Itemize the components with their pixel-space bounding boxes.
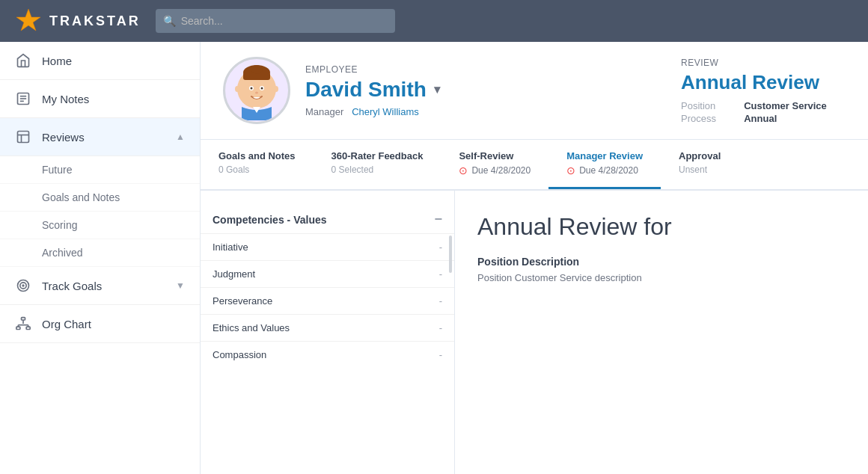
comp-item-initiative[interactable]: Initiative - [201,233,454,260]
svg-rect-12 [16,327,20,329]
comp-item-judgment[interactable]: Judgment - [201,260,454,287]
position-label: Position [681,100,735,111]
comp-item-perseverance[interactable]: Perseverance - [201,287,454,314]
logo: TRAKSTAR [15,7,141,34]
tab-360-rater[interactable]: 360-Rater Feedback 0 Selected [314,140,441,189]
trakstar-logo-icon [15,7,42,34]
tab-content: Competencies - Values − Initiative - Jud… [201,191,868,474]
svg-point-28 [274,86,278,92]
sidebar-item-my-notes[interactable]: My Notes [0,80,200,118]
position-desc-label: Position Description [477,256,846,268]
tab-approval[interactable]: Approval Unsent [661,140,751,189]
sidebar-reviews-label: Reviews [42,131,165,144]
tabs-row: Goals and Notes 0 Goals 360-Rater Feedba… [201,140,868,191]
manager-link[interactable]: Cheryl Williams [352,106,419,117]
scrollbar-thumb [449,236,452,273]
org-icon [15,316,31,332]
comp-item-compassion[interactable]: Compassion - [201,341,454,368]
main-layout: Home My Notes Reviews ▲ Future Goals and… [0,42,868,474]
employee-header: Employee David Smith ▾ Manager Cheryl Wi… [201,42,868,140]
search-wrapper: 🔍 [156,9,395,33]
sidebar-home-label: Home [42,55,185,67]
search-input[interactable] [156,9,395,33]
reviews-icon [15,129,31,145]
svg-point-10 [22,285,24,286]
sidebar-my-notes-label: My Notes [42,93,185,105]
app-name: TRAKSTAR [49,13,141,29]
employee-info: Employee David Smith ▾ Manager Cheryl Wi… [305,64,666,117]
comp-item-ethics[interactable]: Ethics and Values - [201,314,454,341]
sidebar-sub-item-scoring[interactable]: Scoring [0,212,200,239]
avatar-image [227,61,287,120]
svg-rect-11 [22,318,25,320]
process-label: Process [681,113,735,124]
process-value: Annual [744,113,846,124]
sidebar-sub-item-archived[interactable]: Archived [0,239,200,267]
sidebar-item-home[interactable]: Home [0,42,200,80]
sidebar-sub-item-future[interactable]: Future [0,156,200,184]
chevron-down-icon: ▼ [176,280,185,291]
svg-point-25 [261,87,263,90]
tab-self-review[interactable]: Self-Review ⊙ Due 4/28/2020 [441,140,548,189]
review-content-panel: Annual Review for Position Description P… [455,191,868,474]
sidebar-item-track-goals[interactable]: Track Goals ▼ [0,267,200,305]
manager-review-due: ⊙ Due 4/28/2020 [566,164,643,176]
comp-section-title: Competencies - Values − [201,206,454,233]
employee-manager: Manager Cheryl Williams [305,106,666,117]
avatar [223,57,290,124]
sidebar-sub-item-goals-notes[interactable]: Goals and Notes [0,184,200,212]
employee-dropdown-arrow[interactable]: ▾ [434,82,440,96]
review-details: Position Customer Service Process Annual [681,100,846,124]
tab-goals-notes[interactable]: Goals and Notes 0 Goals [201,140,314,189]
svg-marker-0 [16,9,40,31]
svg-rect-5 [18,132,29,143]
svg-rect-13 [26,327,30,329]
sidebar-item-reviews[interactable]: Reviews ▲ [0,118,200,156]
top-navigation: TRAKSTAR 🔍 [0,0,868,42]
due-warning-icon-2: ⊙ [566,164,575,176]
employee-name: David Smith ▾ [305,78,666,102]
review-info: Review Annual Review Position Customer S… [681,58,846,124]
notes-icon [15,90,31,107]
position-value: Customer Service [744,100,846,111]
svg-point-24 [251,87,253,90]
review-label: Review [681,58,846,68]
chevron-up-icon: ▲ [176,132,185,142]
sidebar-track-goals-label: Track Goals [42,280,165,292]
comp-collapse-btn[interactable]: − [434,212,442,227]
due-warning-icon: ⊙ [459,164,468,176]
review-title: Annual Review [681,71,846,94]
review-form-title: Annual Review for [477,213,846,241]
home-icon [15,52,31,69]
sidebar-org-chart-label: Org Chart [42,318,185,330]
sidebar: Home My Notes Reviews ▲ Future Goals and… [0,42,201,474]
competencies-panel: Competencies - Values − Initiative - Jud… [201,191,455,474]
svg-point-27 [235,86,239,92]
sidebar-item-org-chart[interactable]: Org Chart [0,305,200,343]
main-content: Employee David Smith ▾ Manager Cheryl Wi… [201,42,868,474]
self-review-due: ⊙ Due 4/28/2020 [459,164,531,176]
employee-label: Employee [305,64,666,75]
position-desc-text: Position Customer Service description [477,272,846,283]
svg-point-26 [255,92,258,94]
goals-icon [15,277,31,294]
svg-point-21 [251,65,263,74]
tab-manager-review[interactable]: Manager Review ⊙ Due 4/28/2020 [548,140,661,189]
